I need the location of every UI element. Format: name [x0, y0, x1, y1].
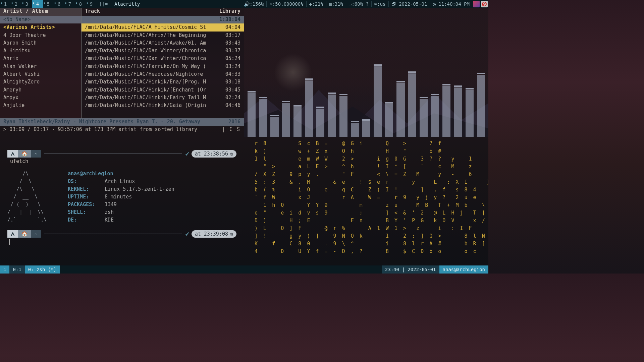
spectrum-bar	[293, 107, 302, 137]
cursor	[9, 239, 10, 245]
artist-row[interactable]: A Himitsu	[0, 47, 81, 55]
track-row[interactable]: /mnt/Data/Music/FLAC/A Himitsu/Cosmic St…	[82, 23, 244, 31]
date-indicator: 🗗 2022-05-01	[388, 1, 430, 7]
prompt-line-1: 🏠 ~ ✔ at 23:38:56 ◷	[7, 150, 236, 158]
music-player-pane[interactable]: Artist / Album Track Library <No Name><V…	[0, 8, 244, 137]
track-row[interactable]: /mnt/Data/Music/FLAC/Amidst/Awake/01. Am…	[82, 39, 244, 47]
workspace-7[interactable]: ▘7	[64, 0, 75, 8]
track-row[interactable]: /mnt/Data/Music/FLAC/Hinkik/Fairy Tail M…	[82, 94, 244, 102]
workspace-1[interactable]: ▘1	[0, 0, 11, 8]
artist-row[interactable]: Albert Vishi	[0, 70, 81, 78]
artist-row[interactable]: Alan Walker	[0, 63, 81, 70]
check-icon: ✔	[185, 230, 190, 238]
audio-visualizer-pane	[244, 8, 488, 137]
artist-row[interactable]: Ameryh	[0, 86, 81, 94]
spectrum-bar	[316, 109, 324, 137]
artist-row[interactable]: <Various Artists>	[0, 23, 81, 31]
artist-row[interactable]: Ampyx	[0, 94, 81, 102]
cwd-indicator: ~	[31, 150, 41, 158]
arch-icon	[7, 150, 18, 158]
spectrum-bar	[339, 96, 347, 137]
clock-icon: ◷	[230, 230, 233, 238]
status-bar: ▘1▘2▘3▘4▘5▘6▘7▘8▘9 []= Alacritty 🔊:156% …	[0, 0, 488, 8]
clock: ◷ 11:40:04 PM	[430, 1, 472, 7]
terminal-pane[interactable]: 🏠 ~ ✔ at 23:38:56 ◷ ufetch /\ / \ /\ \ /…	[0, 137, 244, 265]
artist-row[interactable]: Anjulie	[0, 102, 81, 109]
artist-list[interactable]: <No Name><Various Artists>4 Door Theatre…	[0, 16, 81, 118]
track-row[interactable]: /mnt/Data/Music/FLAC/Hinkik/Ena/[Prog. H…	[82, 78, 244, 86]
spectrum-bar	[259, 99, 267, 137]
now-playing-bar: Ryan Thistlebeck/Rainy - Nightcore Prese…	[0, 118, 244, 126]
workspace-9[interactable]: ▘9	[86, 0, 97, 8]
memory-usage: ▦:31%	[326, 1, 346, 7]
prompt-time-2: at 23:39:08 ◷	[192, 230, 236, 238]
cwd-indicator: ~	[31, 230, 41, 238]
track-row[interactable]: 1:38:04	[82, 16, 244, 23]
check-icon: ✔	[185, 150, 190, 158]
workspace-5[interactable]: ▘5	[43, 0, 54, 8]
spectrum-bar	[385, 104, 393, 137]
workspace-4[interactable]: ▘4	[32, 0, 43, 8]
tmux-pane-index: 0:1	[9, 265, 24, 274]
workspace-list: ▘1▘2▘3▘4▘5▘6▘7▘8▘9	[0, 0, 97, 8]
track-list[interactable]: 1:38:04/mnt/Data/Music/FLAC/A Himitsu/Co…	[81, 16, 244, 118]
spectrum-bar	[454, 87, 462, 137]
system-info: anas@archLegion OS:Arch LinuxKERNEL:Linu…	[68, 170, 174, 224]
track-row[interactable]: /mnt/Data/Music/FLAC/Hinkik/[Enchant (Or…	[82, 86, 244, 94]
track-row[interactable]: /mnt/Data/Music/FLAC/Ahrix/The Beginning…	[82, 32, 244, 39]
track-row[interactable]: /mnt/Data/Music/FLAC/Dan Winter/Chronica…	[82, 47, 244, 55]
spectrum-bar	[248, 93, 256, 137]
command-input: ufetch	[7, 158, 236, 165]
brightness-indicator: ☀:50.000000%	[266, 1, 306, 7]
prompt-line-2: 🏠 ~ ✔ at 23:39:08 ◷	[7, 230, 236, 238]
artist-row[interactable]: Aaron Smith	[0, 39, 81, 47]
spectrum-bar	[420, 99, 428, 137]
workspace-6[interactable]: ▘6	[54, 0, 64, 8]
artist-row[interactable]: Ahrix	[0, 55, 81, 62]
tmux-host: anas@archLegion	[439, 265, 488, 274]
svg-marker-2	[11, 152, 15, 156]
spectrum-bar	[362, 121, 370, 137]
battery-indicator: ▭:60% ?	[346, 1, 371, 7]
spectrum-bar	[351, 123, 359, 137]
track-row[interactable]: /mnt/Data/Music/FLAC/Farruko/On My Way (…	[82, 63, 244, 70]
tmux-clock: 23:40 | 2022-05-01	[382, 265, 439, 274]
workspace-3[interactable]: ▘3	[21, 0, 32, 8]
spectrum-bar	[466, 90, 474, 137]
tray-icon-toolbox[interactable]	[473, 1, 480, 7]
artist-column-header: Artist / Album	[0, 8, 81, 16]
spectrum-bar	[477, 75, 485, 137]
track-row[interactable]: /mnt/Data/Music/FLAC/Hinkik/Gaia (Origin…	[82, 102, 244, 109]
spectrum-bars	[248, 8, 485, 137]
artist-row[interactable]: AlmightyZero	[0, 78, 81, 86]
artist-row[interactable]: <No Name>	[0, 16, 81, 23]
prompt-time-1: at 23:38:56 ◷	[192, 150, 236, 158]
volume-indicator[interactable]: 🔊:156%	[241, 1, 266, 7]
user-host: anas@archLegion	[68, 170, 113, 178]
spectrum-bar	[408, 73, 416, 137]
spectrum-bar	[328, 95, 336, 137]
spectrum-bar	[396, 83, 405, 137]
workspace-2[interactable]: ▘2	[11, 0, 21, 8]
tmux-window[interactable]: 0: zsh (*)	[25, 265, 60, 274]
home-icon: 🏠	[18, 230, 31, 238]
spectrum-bar	[282, 103, 290, 137]
tmux-session[interactable]: 1	[0, 265, 9, 274]
arch-icon	[7, 230, 18, 238]
layout-indicator: []=	[97, 1, 110, 7]
tray-icon-blocker[interactable]	[481, 1, 488, 7]
library-label: Library	[219, 8, 240, 16]
player-status-line: > 03:09 / 03:17 - 93:57:06 at 173 BPM ar…	[0, 126, 244, 133]
track-row[interactable]: /mnt/Data/Music/FLAC/Headcase/Nightcore …	[82, 70, 244, 78]
spectrum-bar	[431, 96, 439, 137]
track-row[interactable]: /mnt/Data/Music/FLAC/Dan Winter/Chronica…	[82, 55, 244, 62]
workspace-8[interactable]: ▘8	[75, 0, 86, 8]
spectrum-bar	[270, 117, 278, 137]
ascii-logo: /\ / \ /\ \ / __ \ / ( ) \ / __| |__\\ /…	[7, 170, 68, 224]
cpu-usage: ◆:21%	[306, 1, 326, 7]
artist-row[interactable]: 4 Door Theatre	[0, 32, 81, 39]
keyboard-layout[interactable]: ⌨:us	[371, 1, 388, 7]
spectrum-bar	[442, 86, 450, 137]
tmux-status-bar: 1 0:1 0: zsh (*) 23:40 | 2022-05-01 anas…	[0, 265, 488, 274]
track-column-header: Track	[85, 8, 100, 16]
